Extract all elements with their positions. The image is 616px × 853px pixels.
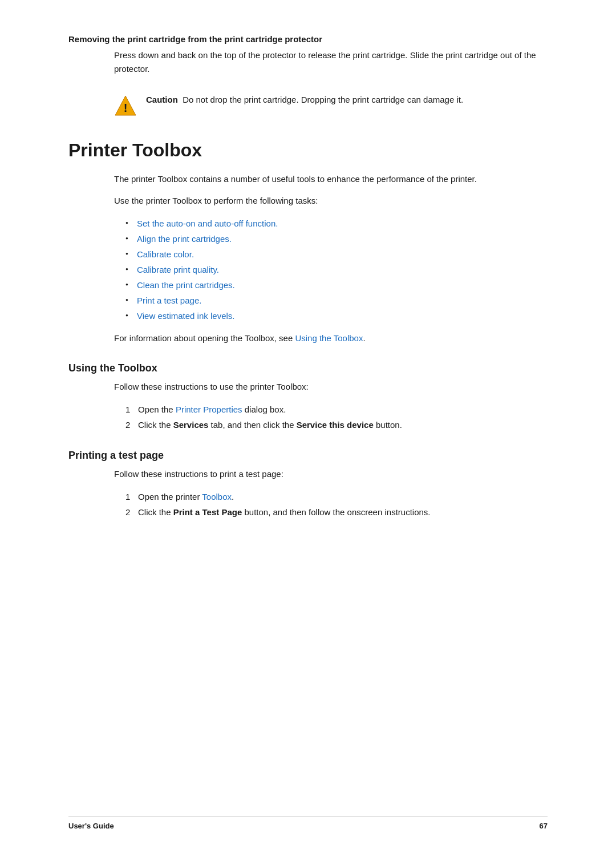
link-clean-cartridges[interactable]: Clean the print cartridges. [137, 280, 235, 290]
using-toolbox-title: Using the Toolbox [68, 362, 548, 374]
link-printer-properties[interactable]: Printer Properties [176, 405, 242, 414]
step2-text-after: button. [374, 420, 402, 430]
caution-label: Caution [146, 95, 178, 104]
svg-text:!: ! [124, 102, 128, 114]
step1-text-before: Open the [138, 405, 176, 414]
toolbox-info-text: For information about opening the Toolbo… [114, 333, 295, 343]
list-item: Open the printer Toolbox. [125, 489, 548, 504]
pstep1-text-after: . [232, 492, 234, 502]
toolbox-intro1: The printer Toolbox contains a number of… [114, 172, 548, 186]
removing-title: Removing the print cartridge from the pr… [68, 34, 548, 44]
toolbox-intro2: Use the printer Toolbox to perform the f… [114, 194, 548, 208]
pstep2-bold1: Print a Test Page [173, 507, 242, 517]
list-item: Align the print cartridges. [125, 231, 548, 246]
list-item: Calibrate color. [125, 246, 548, 262]
link-toolbox[interactable]: Toolbox [202, 492, 232, 502]
pstep2-text-before: Click the [138, 507, 173, 517]
pstep2-text-after: button, and then follow the onscreen ins… [242, 507, 430, 517]
link-auto-on-off[interactable]: Set the auto-on and auto-off function. [137, 219, 278, 228]
caution-icon: ! [114, 94, 137, 117]
link-calibrate-color[interactable]: Calibrate color. [137, 249, 194, 259]
toolbox-info-para: For information about opening the Toolbo… [114, 332, 548, 345]
removing-body: Press down and back on the top of the pr… [114, 48, 548, 76]
link-calibrate-quality[interactable]: Calibrate print quality. [137, 265, 219, 274]
link-view-ink-levels[interactable]: View estimated ink levels. [137, 311, 234, 321]
page-container: Removing the print cartridge from the pr… [0, 0, 616, 853]
list-item: Click the Services tab, and then click t… [125, 417, 548, 432]
page-footer: User's Guide 67 [68, 816, 548, 830]
caution-box: ! Caution Do not drop the print cartridg… [114, 93, 548, 117]
step2-text-mid: tab, and then click the [208, 420, 296, 430]
list-item: Print a test page. [125, 293, 548, 308]
list-item: Calibrate print quality. [125, 262, 548, 277]
step1-text-after: dialog box. [242, 405, 286, 414]
footer-left: User's Guide [68, 822, 114, 830]
step2-text-before: Click the [138, 420, 173, 430]
removing-section: Removing the print cartridge from the pr… [68, 34, 548, 76]
toolbox-bullet-list: Set the auto-on and auto-off function. A… [125, 216, 548, 324]
caution-text: Caution Do not drop the print cartridge.… [146, 93, 463, 107]
step2-bold2: Service this device [297, 420, 374, 430]
printing-test-title: Printing a test page [68, 450, 548, 462]
list-item: Set the auto-on and auto-off function. [125, 216, 548, 231]
list-item: View estimated ink levels. [125, 308, 548, 324]
printing-test-intro: Follow these instructions to print a tes… [114, 467, 548, 481]
pstep1-text-before: Open the printer [138, 492, 202, 502]
list-item: Click the Print a Test Page button, and … [125, 504, 548, 520]
link-using-toolbox[interactable]: Using the Toolbox [295, 333, 363, 343]
link-print-test-page[interactable]: Print a test page. [137, 296, 201, 305]
footer-right: 67 [540, 822, 548, 830]
using-toolbox-steps: Open the Printer Properties dialog box. … [125, 402, 548, 432]
printer-toolbox-title: Printer Toolbox [68, 140, 548, 161]
link-align-cartridges[interactable]: Align the print cartridges. [137, 234, 232, 244]
list-item: Clean the print cartridges. [125, 277, 548, 293]
list-item: Open the Printer Properties dialog box. [125, 402, 548, 417]
toolbox-info-end: . [363, 333, 365, 343]
using-toolbox-intro: Follow these instructions to use the pri… [114, 380, 548, 394]
caution-body: Do not drop the print cartridge. Droppin… [180, 95, 463, 104]
step2-bold1: Services [173, 420, 209, 430]
printing-test-steps: Open the printer Toolbox. Click the Prin… [125, 489, 548, 520]
